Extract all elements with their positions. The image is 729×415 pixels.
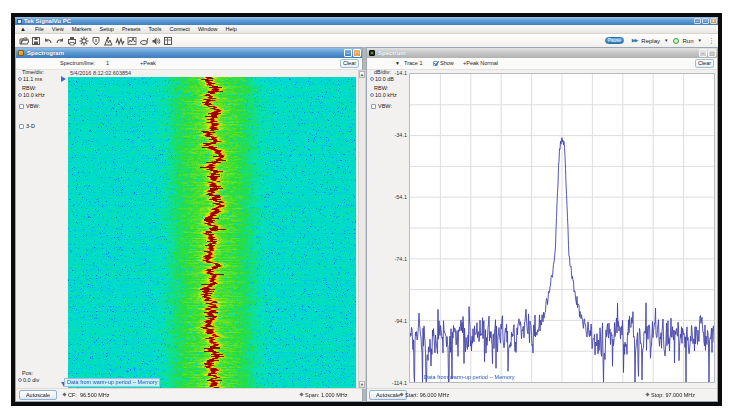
menu-item-tools[interactable]: Tools [145, 25, 166, 34]
window-close-button[interactable]: × [710, 18, 717, 24]
window-maximize-button[interactable]: ▫ [702, 18, 709, 24]
menu-item-view[interactable]: View [48, 25, 68, 34]
scrollbar-up-arrow[interactable]: ▲ [359, 71, 365, 78]
svg [103, 36, 113, 46]
spectrum-minimize-button[interactable]: – [699, 49, 707, 57]
rbw-knob-icon [18, 93, 22, 97]
spectrogram-maximize-button[interactable]: ◻ [353, 49, 361, 57]
line [86, 37, 87, 38]
spectrogram-titlebar[interactable]: Spectrogram – ◻ [16, 48, 362, 58]
scrollbar-down-arrow[interactable]: ▼ [359, 381, 365, 388]
center-frequency-readout[interactable]: CF: 96.500 MHz [63, 389, 110, 401]
rect [34, 37, 37, 40]
replay-button[interactable]: Replay [641, 38, 660, 44]
path [116, 39, 124, 44]
analysis-waveform-icon[interactable] [114, 36, 125, 46]
spectrogram-scrollbar[interactable]: ▲ ▼ [358, 70, 366, 389]
speaker-icon[interactable] [150, 36, 161, 46]
stop-frequency-readout[interactable]: Stop: 97.000 MHz [646, 389, 695, 401]
spectrogram_panel-sidebar-time_div_value-text: 11.1 ms [23, 76, 42, 82]
rect [70, 42, 74, 45]
path [128, 38, 135, 43]
undo-icon[interactable] [42, 36, 53, 46]
spectrogram-header: Spectrum/line: 1 +Peak Clear [16, 58, 362, 70]
spectrum_panel-bottom-stop_value-text: 97.000 MHz [665, 392, 695, 398]
redo-icon[interactable] [54, 36, 65, 46]
menu-item-markers[interactable]: Markers [68, 25, 96, 34]
menu-items: FileViewMarkersSetupPresetsToolsConnectW… [31, 25, 241, 34]
svg [43, 36, 53, 46]
marker-table-icon[interactable] [162, 36, 173, 46]
menu-item-help[interactable]: Help [221, 25, 240, 34]
y-axis-tick-label: -94.1 [385, 318, 407, 324]
menu-item-file[interactable]: File [31, 25, 48, 34]
window-titlebar: Tek SignalVu PC – ▫ × [15, 17, 718, 25]
window-minimize-button[interactable]: – [694, 18, 701, 24]
spectrum-clear-button[interactable]: Clear [695, 59, 714, 68]
replay-icon: ▶▶ [632, 38, 638, 43]
pause-button[interactable]: Pause [605, 37, 624, 44]
window-title: Tek SignalVu PC [24, 17, 71, 25]
audio-demod-icon[interactable] [138, 36, 149, 46]
spectrogram_panel-sidebar-pos_value-text: 0.0 div [23, 377, 39, 383]
spectrum-plot[interactable]: Data from warm-up period -- Memory [409, 73, 715, 383]
db-div-knob-icon [370, 77, 374, 81]
path [164, 37, 171, 44]
spectrogram-line-marker-icon[interactable] [61, 76, 66, 82]
svg [127, 36, 137, 46]
spectrum-maximize-button[interactable]: ◻ [708, 49, 716, 57]
spectrogram-clear-button[interactable]: Clear [340, 59, 359, 68]
spectrogram-panel-title: Spectrogram [27, 50, 64, 56]
db-div-control[interactable]: 10.0 dB [370, 76, 394, 83]
spectrogram_panel-bottom-span_value-text: 1.000 MHz [321, 392, 348, 398]
print-icon[interactable] [66, 36, 77, 46]
menu-item-window[interactable]: Window [194, 25, 222, 34]
spectrogram-autoscale-button[interactable]: Autoscale [19, 390, 57, 400]
rbw-control[interactable]: 10.0 kHz [18, 92, 45, 99]
run-dropdown-caret[interactable]: ▼ [698, 38, 702, 43]
stop-diamond-icon [645, 392, 649, 396]
settings-gear-icon[interactable] [78, 36, 89, 46]
app-pyramid-icon[interactable]: ▲ [20, 25, 26, 33]
vbw-checkbox-icon [19, 104, 24, 109]
spectrum-vbw-checkbox[interactable]: VBW: [371, 103, 392, 110]
spectrum-header: ▼ Trace 1 Show +Peak Normal Clear [367, 58, 717, 70]
show-checkbox[interactable]: Show [433, 58, 454, 69]
menu-item-setup[interactable]: Setup [96, 25, 118, 34]
trigger-shield-icon[interactable] [90, 36, 101, 46]
time-div-control[interactable]: 11.1 ms [18, 76, 42, 83]
open-icon[interactable] [18, 36, 29, 46]
spectrogram-waterfall[interactable] [68, 77, 356, 389]
pos-control[interactable]: 0.0 div [18, 377, 39, 384]
svg [79, 36, 89, 46]
spectrum-waveform-icon[interactable] [126, 36, 137, 46]
run-button[interactable]: Run [683, 38, 694, 44]
spectrum-line-value[interactable]: 1 [106, 58, 109, 69]
spectrogram-panel: Spectrogram – ◻ Spectrum/line: 1 +Peak C… [15, 47, 363, 402]
start-frequency-readout[interactable]: Start: 96.000 MHz [400, 389, 449, 401]
span-readout[interactable]: Span: 1.000 MHz [300, 389, 348, 401]
spectrogram-detector-label: +Peak [140, 58, 156, 69]
menu-item-connect[interactable]: Connect [165, 25, 194, 34]
trace-dropdown-caret[interactable]: ▼ [395, 58, 400, 69]
spectrum-rbw-control[interactable]: 10.0 kHz [370, 92, 397, 99]
three-d-checkbox[interactable]: 3-D [19, 123, 35, 130]
line [86, 43, 87, 44]
rbw-label: RBW: [22, 85, 36, 92]
spectrum_panel-header-show_label-text: Show [440, 60, 454, 66]
spectrum_panel-bottom-start_value-text: 96.000 MHz [420, 392, 450, 398]
amplitude-icon[interactable] [102, 36, 113, 46]
toolbar-overflow-menu[interactable]: ⋮ [708, 37, 715, 44]
spectrogram-minimize-button[interactable]: – [344, 49, 352, 57]
vbw-checkbox[interactable]: VBW: [19, 103, 40, 110]
replay-dropdown-caret[interactable]: ▼ [664, 38, 668, 43]
path [152, 37, 156, 45]
save-icon[interactable] [30, 36, 41, 46]
menu-item-presets[interactable]: Presets [118, 25, 145, 34]
svg [139, 36, 149, 46]
y-axis-tick-label: -54.1 [385, 194, 407, 200]
spectrum-titlebar[interactable]: Spectrum – ◻ [367, 48, 717, 58]
spectrum_panel-sidebar-rbw_value-text: 10.0 kHz [375, 92, 397, 98]
trace-label[interactable]: Trace 1 [404, 58, 422, 69]
cf-diamond-icon [62, 392, 66, 396]
